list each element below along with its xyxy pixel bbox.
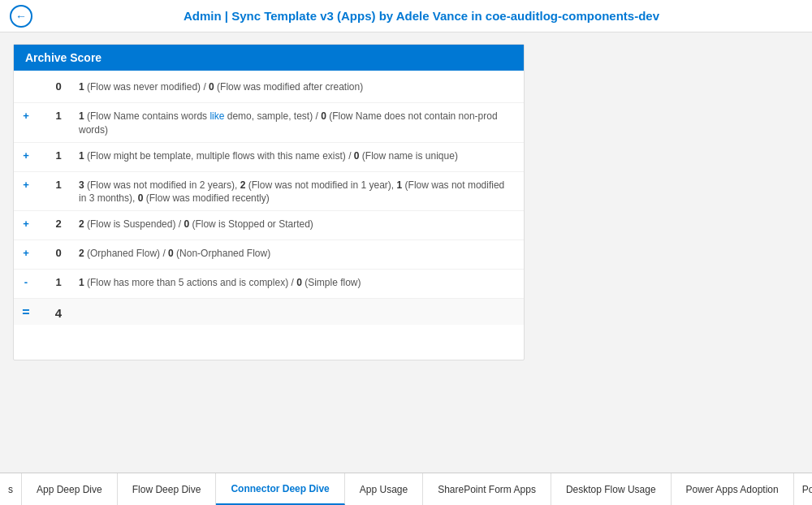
operator-cell: [14, 79, 38, 80]
main-content: Archive Score 01 (Flow was never modifie…: [0, 32, 812, 473]
score-row: 01 (Flow was never modified) / 0 (Flow w…: [14, 74, 524, 103]
back-button[interactable]: ←: [10, 5, 32, 28]
score-row: +22 (Flow is Suspended) / 0 (Flow is Sto…: [14, 211, 524, 240]
value-cell: 1: [38, 148, 79, 162]
score-row: -11 (Flow has more than 5 actions and is…: [14, 270, 524, 299]
description-cell: 3 (Flow was not modified in 2 years), 2 …: [79, 177, 524, 206]
value-cell: 0: [38, 245, 79, 259]
score-row: +11 (Flow might be template, multiple fl…: [14, 143, 524, 172]
tab-app-usage[interactable]: App Usage: [345, 473, 423, 505]
card-title: Archive Score: [14, 45, 524, 71]
operator-cell: +: [14, 177, 38, 191]
description-cell: 2 (Flow is Suspended) / 0 (Flow is Stopp…: [79, 216, 524, 231]
archive-score-card: Archive Score 01 (Flow was never modifie…: [13, 44, 525, 360]
operator-cell: -: [14, 274, 38, 288]
tab-sharepoint-form-apps[interactable]: SharePoint Form Apps: [423, 473, 551, 505]
description-cell: 2 (Orphaned Flow) / 0 (Non-Orphaned Flow…: [79, 245, 524, 261]
operator-cell: +: [14, 148, 38, 162]
value-cell: 1: [38, 108, 79, 122]
tab-power-apps-adoption[interactable]: Power Apps Adoption: [672, 473, 794, 505]
tab-connector-deep-dive[interactable]: Connector Deep Dive: [216, 473, 344, 505]
result-operator: =: [14, 304, 38, 320]
tab-flow-deep-dive[interactable]: Flow Deep Dive: [118, 473, 217, 505]
value-cell: 2: [38, 216, 79, 230]
bottom-tabs: sApp Deep DiveFlow Deep DiveConnector De…: [0, 473, 812, 505]
operator-cell: +: [14, 216, 38, 230]
score-row: +13 (Flow was not modified in 2 years), …: [14, 172, 524, 212]
tab-s[interactable]: s: [0, 473, 22, 505]
value-cell: 1: [38, 274, 79, 288]
operator-cell: +: [14, 108, 38, 122]
value-cell: 0: [38, 79, 79, 93]
page-title: Admin | Sync Template v3 (Apps) by Adele…: [41, 9, 802, 23]
result-row: =4: [14, 299, 524, 325]
description-cell: 1 (Flow might be template, multiple flow…: [79, 148, 524, 163]
operator-cell: +: [14, 245, 38, 259]
tab-desktop-flow-usage[interactable]: Desktop Flow Usage: [551, 473, 672, 505]
score-row: +02 (Orphaned Flow) / 0 (Non-Orphaned Fl…: [14, 240, 524, 270]
tab-power-platform[interactable]: Power Platform: [794, 473, 812, 505]
description-cell: 1 (Flow has more than 5 actions and is c…: [79, 274, 524, 290]
result-value: 4: [38, 304, 79, 320]
card-body: 01 (Flow was never modified) / 0 (Flow w…: [14, 71, 524, 328]
app-header: ← Admin | Sync Template v3 (Apps) by Ade…: [0, 0, 812, 32]
tab-app-deep-dive[interactable]: App Deep Dive: [22, 473, 118, 505]
description-cell: 1 (Flow Name contains words like demo, s…: [79, 108, 524, 137]
score-row: +11 (Flow Name contains words like demo,…: [14, 103, 524, 143]
description-cell: 1 (Flow was never modified) / 0 (Flow wa…: [79, 79, 524, 94]
value-cell: 1: [38, 177, 79, 191]
